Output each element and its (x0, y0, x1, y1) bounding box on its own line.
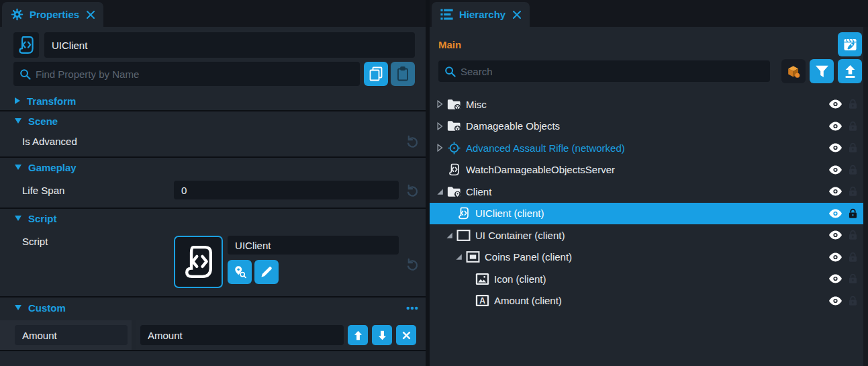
section-gameplay-header[interactable]: Gameplay (0, 158, 426, 177)
move-up-button[interactable] (348, 325, 368, 345)
life-span-label: Life Span (22, 185, 174, 196)
lock-icon[interactable] (849, 295, 857, 306)
scene-name-label: Main (438, 39, 461, 50)
hierarchy-panel: Hierarchy Main (430, 0, 868, 366)
visibility-eye-icon[interactable] (829, 296, 842, 306)
copy-properties-button[interactable] (364, 62, 388, 86)
visibility-eye-icon[interactable] (829, 187, 842, 196)
expand-arrow-icon[interactable] (435, 122, 445, 130)
tree-row[interactable]: Advanced Assault Rifle (networked) (430, 137, 863, 159)
visibility-eye-icon[interactable] (829, 99, 842, 109)
object-name-input[interactable] (44, 32, 415, 58)
close-icon[interactable] (513, 11, 521, 19)
visibility-eye-icon[interactable] (829, 122, 842, 131)
section-custom-header[interactable]: Custom ••• (0, 298, 426, 318)
lock-icon[interactable] (849, 252, 857, 263)
tree-row[interactable]: UI Container (client) (430, 224, 863, 246)
visibility-eye-icon[interactable] (829, 165, 842, 175)
reset-property-button[interactable] (405, 257, 420, 271)
section-transform-header[interactable]: Transform (0, 91, 426, 110)
section-label: Transform (27, 95, 76, 107)
script-asset-thumbnail[interactable] (174, 236, 223, 288)
visibility-eye-icon[interactable] (829, 230, 842, 240)
property-search-box (13, 62, 360, 86)
lock-icon[interactable] (849, 208, 857, 219)
object-name-row (13, 32, 415, 58)
custom-property-name-input[interactable] (15, 325, 128, 345)
properties-tabbar: Properties (0, 0, 426, 27)
custom-property-row (0, 320, 426, 350)
reset-property-button[interactable] (405, 183, 420, 197)
tree-item-label: Damageable Objects (466, 120, 560, 132)
tab-properties[interactable]: Properties (2, 2, 103, 27)
lock-icon[interactable] (849, 186, 857, 197)
collapse-arrow-icon (15, 216, 21, 221)
tree-row[interactable]: Damageable Objects (430, 116, 863, 138)
scenes-button[interactable] (838, 32, 862, 56)
section-script-header[interactable]: Script (0, 209, 426, 228)
folder-cube-icon (447, 120, 461, 132)
scrollbar-gutter[interactable] (863, 27, 868, 366)
arrow-spacer (444, 210, 454, 218)
expand-arrow-icon[interactable] (435, 144, 445, 152)
tree-row[interactable]: Coins Panel (client) (430, 246, 863, 269)
tree-row[interactable]: Client (430, 181, 863, 203)
svg-text:A: A (479, 296, 485, 306)
delete-custom-property-button[interactable] (396, 325, 416, 345)
filter-button[interactable] (810, 59, 834, 83)
section-scene-header[interactable]: Scene (0, 111, 426, 130)
group-mode-button[interactable] (781, 59, 806, 83)
lock-icon[interactable] (849, 165, 857, 175)
tree-row[interactable]: UIClient (client) (430, 203, 863, 225)
is-advanced-label: Is Advanced (22, 136, 174, 147)
lock-icon[interactable] (849, 230, 857, 240)
clapperboard-rocket-icon (843, 38, 857, 52)
text-icon: A (475, 294, 489, 307)
find-in-scene-button[interactable] (228, 260, 252, 284)
expand-arrow-icon[interactable] (435, 100, 445, 108)
cube-icon (787, 64, 801, 79)
arrow-down-icon (378, 330, 387, 340)
collapse-arrow-icon[interactable] (454, 253, 464, 261)
script-name-input[interactable] (228, 236, 399, 255)
tree-row[interactable]: AAmount (client) (430, 290, 863, 312)
property-search-input[interactable] (36, 68, 354, 80)
tab-hierarchy[interactable]: Hierarchy (432, 2, 530, 27)
tab-properties-label: Properties (30, 9, 79, 20)
custom-value-cell (136, 320, 426, 350)
hierarchy-list-icon (440, 8, 453, 21)
life-span-input[interactable] (174, 181, 399, 199)
section-transform: Transform (0, 91, 426, 111)
visibility-eye-icon[interactable] (829, 274, 842, 283)
gear-wrench-icon (11, 8, 23, 21)
tree-item-label: WatchDamageableObjectsServer (466, 164, 615, 175)
hierarchy-search-input[interactable] (461, 66, 764, 77)
tree-row[interactable]: Icon (client) (430, 268, 863, 290)
upload-button[interactable] (838, 59, 862, 83)
x-icon (402, 331, 411, 340)
edit-script-button[interactable] (254, 260, 279, 284)
tree-row[interactable]: WatchDamageableObjectsServer (430, 159, 863, 181)
collapse-arrow-icon[interactable] (435, 187, 445, 195)
reset-property-button[interactable] (405, 134, 420, 148)
arrow-spacer (463, 275, 473, 283)
custom-property-value-input[interactable] (140, 325, 344, 345)
move-down-button[interactable] (372, 325, 392, 345)
paste-properties-button[interactable] (391, 62, 415, 86)
tree-row[interactable]: Misc (430, 93, 863, 116)
lock-icon[interactable] (849, 121, 857, 132)
section-scene: Scene Is Advanced (0, 111, 426, 158)
visibility-eye-icon[interactable] (829, 143, 842, 152)
lock-icon[interactable] (849, 142, 857, 153)
image-icon (475, 273, 489, 285)
section-label: Script (28, 213, 57, 224)
lock-icon[interactable] (849, 99, 857, 109)
visibility-eye-icon[interactable] (829, 209, 842, 218)
collapse-arrow-icon[interactable] (444, 231, 454, 239)
visibility-eye-icon[interactable] (829, 253, 842, 262)
search-icon (19, 68, 31, 80)
custom-section-menu-button[interactable]: ••• (406, 302, 419, 314)
section-script: Script Script (0, 209, 426, 298)
lock-icon[interactable] (849, 273, 857, 284)
close-icon[interactable] (87, 11, 95, 19)
